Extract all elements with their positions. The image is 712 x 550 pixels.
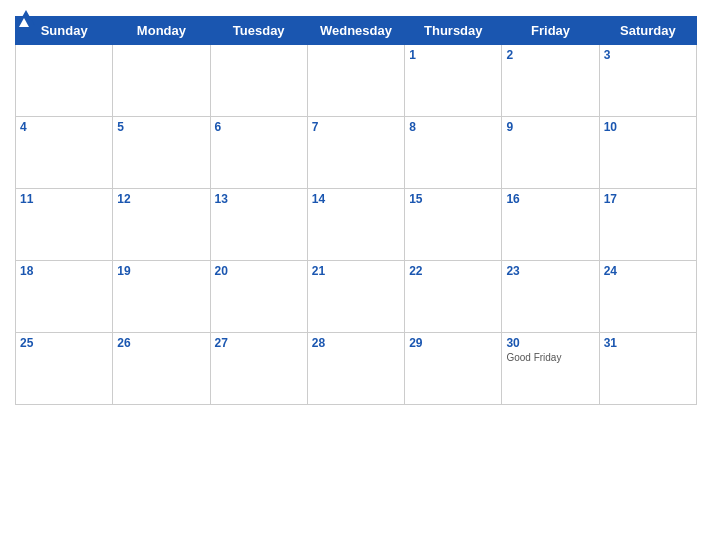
calendar-cell — [113, 45, 210, 117]
day-number: 29 — [409, 336, 497, 350]
day-number: 28 — [312, 336, 400, 350]
day-number: 12 — [117, 192, 205, 206]
day-number: 7 — [312, 120, 400, 134]
day-number: 8 — [409, 120, 497, 134]
day-number: 20 — [215, 264, 303, 278]
day-number: 17 — [604, 192, 692, 206]
calendar-cell: 22 — [405, 261, 502, 333]
week-row-2: 45678910 — [16, 117, 697, 189]
day-number: 10 — [604, 120, 692, 134]
calendar-cell: 12 — [113, 189, 210, 261]
calendar-cell: 16 — [502, 189, 599, 261]
day-number: 27 — [215, 336, 303, 350]
week-row-1: 123 — [16, 45, 697, 117]
weekday-friday: Friday — [502, 17, 599, 45]
day-number: 19 — [117, 264, 205, 278]
calendar-cell: 25 — [16, 333, 113, 405]
calendar-cell: 10 — [599, 117, 696, 189]
day-number: 14 — [312, 192, 400, 206]
calendar-cell: 26 — [113, 333, 210, 405]
calendar-cell: 15 — [405, 189, 502, 261]
day-number: 2 — [506, 48, 594, 62]
holiday-label: Good Friday — [506, 352, 594, 363]
calendar-cell: 2 — [502, 45, 599, 117]
calendar-cell: 7 — [307, 117, 404, 189]
day-number: 15 — [409, 192, 497, 206]
weekday-header-row: SundayMondayTuesdayWednesdayThursdayFrid… — [16, 17, 697, 45]
day-number: 26 — [117, 336, 205, 350]
calendar-cell: 21 — [307, 261, 404, 333]
weekday-monday: Monday — [113, 17, 210, 45]
day-number: 3 — [604, 48, 692, 62]
day-number: 30 — [506, 336, 594, 350]
day-number: 31 — [604, 336, 692, 350]
weekday-wednesday: Wednesday — [307, 17, 404, 45]
calendar-cell: 28 — [307, 333, 404, 405]
day-number: 16 — [506, 192, 594, 206]
day-number: 9 — [506, 120, 594, 134]
calendar-container: SundayMondayTuesdayWednesdayThursdayFrid… — [0, 0, 712, 550]
day-number: 13 — [215, 192, 303, 206]
calendar-cell: 1 — [405, 45, 502, 117]
day-number: 5 — [117, 120, 205, 134]
calendar-cell: 27 — [210, 333, 307, 405]
day-number: 21 — [312, 264, 400, 278]
calendar-cell: 17 — [599, 189, 696, 261]
calendar-cell: 5 — [113, 117, 210, 189]
day-number: 4 — [20, 120, 108, 134]
weekday-saturday: Saturday — [599, 17, 696, 45]
day-number: 22 — [409, 264, 497, 278]
day-number: 25 — [20, 336, 108, 350]
logo-triangle-inner-icon — [19, 18, 29, 27]
calendar-cell: 8 — [405, 117, 502, 189]
calendar-cell: 19 — [113, 261, 210, 333]
calendar-cell: 23 — [502, 261, 599, 333]
day-number: 23 — [506, 264, 594, 278]
weekday-thursday: Thursday — [405, 17, 502, 45]
week-row-5: 252627282930Good Friday31 — [16, 333, 697, 405]
calendar-cell: 31 — [599, 333, 696, 405]
calendar-cell: 6 — [210, 117, 307, 189]
calendar-grid: SundayMondayTuesdayWednesdayThursdayFrid… — [15, 16, 697, 405]
logo-area — [15, 10, 41, 26]
week-row-3: 11121314151617 — [16, 189, 697, 261]
day-number: 24 — [604, 264, 692, 278]
calendar-cell: 14 — [307, 189, 404, 261]
calendar-cell: 9 — [502, 117, 599, 189]
day-number: 1 — [409, 48, 497, 62]
calendar-cell: 18 — [16, 261, 113, 333]
calendar-cell: 11 — [16, 189, 113, 261]
weekday-tuesday: Tuesday — [210, 17, 307, 45]
day-number: 18 — [20, 264, 108, 278]
calendar-cell — [210, 45, 307, 117]
calendar-cell: 4 — [16, 117, 113, 189]
logo-icon — [15, 10, 33, 26]
calendar-cell: 13 — [210, 189, 307, 261]
calendar-cell: 29 — [405, 333, 502, 405]
calendar-cell: 24 — [599, 261, 696, 333]
calendar-cell — [307, 45, 404, 117]
calendar-cell: 30Good Friday — [502, 333, 599, 405]
calendar-cell — [16, 45, 113, 117]
week-row-4: 18192021222324 — [16, 261, 697, 333]
calendar-cell: 3 — [599, 45, 696, 117]
day-number: 6 — [215, 120, 303, 134]
calendar-cell: 20 — [210, 261, 307, 333]
day-number: 11 — [20, 192, 108, 206]
